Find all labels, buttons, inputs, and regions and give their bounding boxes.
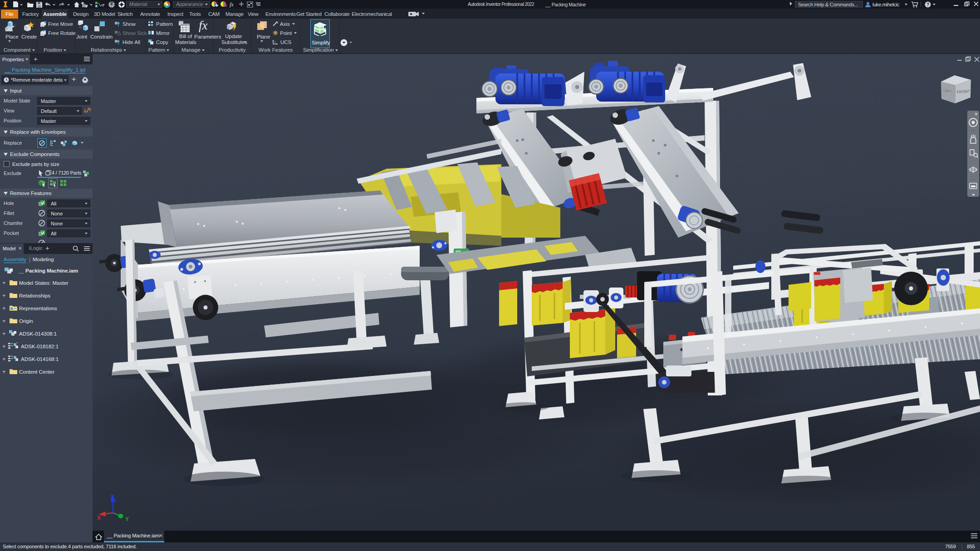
svg-text:?: ?: [926, 2, 929, 7]
svg-text:fx: fx: [230, 1, 234, 8]
svg-text:Y: Y: [125, 516, 129, 522]
svg-text:FRONT: FRONT: [956, 89, 970, 94]
svg-text:t: t: [274, 40, 275, 44]
svg-text:Z: Z: [110, 494, 113, 500]
svg-text:X: X: [97, 515, 101, 521]
